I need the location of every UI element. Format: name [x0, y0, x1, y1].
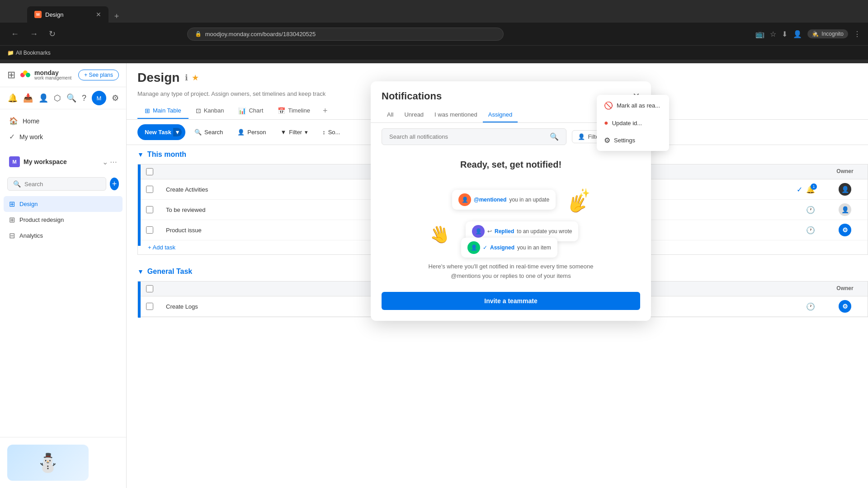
- task-checkbox-2[interactable]: [146, 206, 153, 213]
- reply-avatar: 👤: [472, 225, 485, 238]
- sidebar-item-analytics[interactable]: ⊟ Analytics: [4, 228, 123, 244]
- header-owner-col: Owner: [822, 164, 868, 179]
- timeline-icon: 📅: [278, 107, 285, 114]
- sidebar-item-product-redesign[interactable]: ⊞ Product redesign: [4, 212, 123, 228]
- workspace-section: M My workspace ⌄ ⋯: [0, 148, 126, 175]
- lock-icon: 🔒: [195, 31, 202, 37]
- sidebar-search-icon: 🔍: [13, 180, 21, 188]
- help-icon[interactable]: ?: [82, 94, 86, 103]
- task-bell-icon-1[interactable]: 🔔1: [806, 185, 815, 194]
- sidebar-search-row: 🔍 +: [0, 175, 126, 194]
- new-task-button[interactable]: New Task ▾: [137, 124, 185, 140]
- app-name: monday: [34, 70, 71, 76]
- task-checkbox-1[interactable]: [146, 186, 153, 193]
- info-icon[interactable]: ℹ: [185, 73, 188, 83]
- new-task-dropdown-arrow[interactable]: ▾: [173, 128, 182, 136]
- context-menu-item-mark-all[interactable]: 🚫 Mark all as rea...: [597, 97, 669, 114]
- notif-body: Ready, set, get notified! 👤 @mentioned y…: [371, 149, 651, 321]
- forward-button[interactable]: →: [26, 28, 42, 41]
- back-button[interactable]: ←: [7, 28, 23, 41]
- context-menu: 🚫 Mark all as rea... ● Update id... ⚙ Se…: [597, 95, 669, 151]
- star-icon[interactable]: ★: [192, 73, 199, 83]
- notif-search-input[interactable]: [389, 133, 546, 140]
- tab-close-button[interactable]: ✕: [96, 11, 101, 18]
- filter-icon: ▼: [280, 129, 286, 136]
- mention-bubble: 👤 @mentioned you in an update: [452, 190, 556, 210]
- apps-grid-button[interactable]: ⊞: [7, 69, 15, 81]
- context-menu-item-settings[interactable]: ⚙ Settings: [597, 131, 669, 149]
- reload-button[interactable]: ↻: [45, 27, 59, 41]
- notif-tab-unread[interactable]: Unread: [399, 108, 429, 122]
- settings-cm-icon: ⚙: [604, 136, 610, 145]
- tab-timeline[interactable]: 📅 Timeline: [270, 103, 317, 119]
- extensions-icon[interactable]: ⋮: [854, 30, 861, 38]
- sort-button[interactable]: ↕ So...: [317, 126, 345, 138]
- person-button[interactable]: 👤 Person: [232, 126, 271, 138]
- bell-icon[interactable]: 🔔: [8, 93, 18, 103]
- update-icon: ●: [604, 119, 609, 127]
- tab-kanban[interactable]: ⊡ Kanban: [189, 103, 231, 119]
- board-description: Manage any type of project. Assign owner…: [137, 90, 409, 97]
- workspace-more-icon[interactable]: ⋯: [110, 158, 117, 166]
- profile-icon[interactable]: 👤: [793, 30, 802, 38]
- sidebar-add-button[interactable]: +: [110, 178, 119, 190]
- notif-ready-title: Ready, set, get notified!: [382, 160, 640, 170]
- header-checkbox[interactable]: [146, 168, 153, 175]
- group-title-general: General Task: [147, 267, 192, 276]
- group-toggle-this-month[interactable]: ▼: [137, 151, 144, 158]
- notif-illustration: 👤 @mentioned you in an update 👤 ↩ Replie…: [425, 181, 597, 262]
- settings-icon[interactable]: ⚙: [112, 93, 119, 103]
- owner-cell-g1: ⚙: [822, 296, 868, 316]
- search-toolbar-button[interactable]: 🔍 Search: [189, 126, 228, 138]
- sidebar-search-box[interactable]: 🔍: [7, 177, 106, 191]
- my-work-nav-item[interactable]: ✓ My work: [0, 129, 126, 145]
- task-name-1: Create Activities: [166, 186, 208, 193]
- home-nav-item[interactable]: 🏠 Home: [0, 113, 126, 129]
- monday-logo-icon: [19, 69, 32, 81]
- sidebar-item-design[interactable]: ⊞ Design: [4, 196, 123, 212]
- notif-tab-assigned[interactable]: Assigned: [483, 108, 518, 122]
- snowman-icon: ⛄: [37, 452, 59, 474]
- search-global-icon[interactable]: 🔍: [66, 93, 76, 103]
- workspace-header[interactable]: M My workspace ⌄ ⋯: [7, 154, 119, 170]
- search-toolbar-icon: 🔍: [194, 129, 202, 136]
- workspace-avatar: M: [9, 156, 20, 167]
- notif-search-bar[interactable]: 🔍: [382, 128, 566, 145]
- address-bar[interactable]: 🔒 moodjoy.monday.com/boards/1830420525: [187, 28, 504, 41]
- group-toggle-general[interactable]: ▼: [137, 268, 144, 275]
- context-menu-item-update[interactable]: ● Update id...: [597, 114, 669, 131]
- add-tab-button[interactable]: +: [317, 103, 333, 119]
- invite-teammate-button[interactable]: Invite a teammate: [382, 292, 640, 310]
- user-avatar[interactable]: M: [92, 91, 106, 105]
- active-tab[interactable]: M Design ✕: [27, 6, 108, 23]
- monday-logo: monday work management: [19, 69, 71, 81]
- task-bell-icon-3[interactable]: 🕐: [806, 226, 815, 234]
- tab-chart[interactable]: 📊 Chart: [231, 103, 270, 119]
- sidebar-item-product-label: Product redesign: [19, 216, 64, 223]
- apps-icon[interactable]: ⬡: [54, 93, 61, 103]
- home-label: Home: [23, 117, 39, 125]
- filter-button[interactable]: ▼ Filter ▾: [275, 126, 313, 138]
- notif-tab-mentioned[interactable]: I was mentioned: [429, 108, 483, 122]
- cast-icon[interactable]: 📺: [755, 30, 764, 38]
- header-checkbox-2[interactable]: [146, 285, 153, 292]
- task-bell-icon-2[interactable]: 🕐: [806, 206, 815, 214]
- row-check-3: [141, 223, 159, 237]
- sidebar-search-input[interactable]: [24, 181, 100, 188]
- new-task-label: New Task: [145, 129, 171, 136]
- see-plans-button[interactable]: + See plans: [78, 70, 119, 80]
- new-tab-button[interactable]: +: [110, 10, 123, 23]
- task-checkbox-g1[interactable]: [146, 303, 153, 310]
- app-subtitle: work management: [34, 76, 71, 80]
- tab-main-table[interactable]: ⊞ Main Table: [137, 103, 189, 119]
- inbox-icon[interactable]: 📥: [23, 93, 33, 103]
- chart-label: Chart: [249, 107, 263, 114]
- task-bell-icon-g1[interactable]: 🕐: [806, 303, 815, 310]
- notif-description: Here's where you'll get notified in real…: [420, 262, 601, 281]
- notif-tab-all[interactable]: All: [382, 108, 399, 122]
- add-user-icon[interactable]: 👤: [38, 93, 48, 103]
- workspace-collapse-icon[interactable]: ⌄: [102, 158, 108, 166]
- download-icon[interactable]: ⬇: [782, 30, 788, 38]
- bookmark-icon[interactable]: ☆: [770, 30, 776, 38]
- task-checkbox-3[interactable]: [146, 226, 153, 234]
